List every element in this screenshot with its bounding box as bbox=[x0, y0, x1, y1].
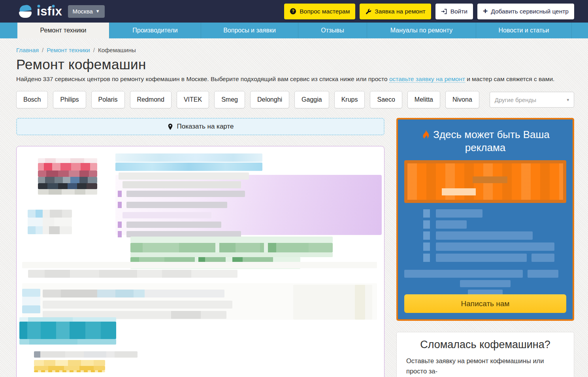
blurred-company-logo bbox=[38, 189, 97, 195]
tab-voprosy-i-zayavki[interactable]: Вопросы и заявки bbox=[201, 23, 298, 38]
blurred-company-logo bbox=[38, 171, 97, 177]
city-selector-label: Москва bbox=[73, 8, 93, 15]
question-circle-icon: ? bbox=[290, 8, 296, 15]
page-title: Ремонт кофемашин bbox=[16, 57, 574, 72]
chevron-down-icon: ▼ bbox=[96, 9, 100, 13]
breadcrumb-current: Кофемашины bbox=[98, 47, 136, 53]
blurred-text-line bbox=[28, 270, 237, 278]
other-brands-select[interactable]: Другие бренды ▾ bbox=[490, 92, 574, 108]
service-card-blurred bbox=[16, 146, 384, 377]
blurred-detail-line bbox=[118, 202, 227, 208]
blurred-contact-block bbox=[28, 226, 72, 234]
blurred-star-rating bbox=[34, 360, 105, 366]
tab-novosti-i-stati[interactable]: Новости и статьи bbox=[476, 23, 571, 38]
blurred-company-logo bbox=[38, 183, 97, 189]
blurred-company-logo bbox=[38, 177, 97, 183]
main-nav: Ремонт техники Производители Вопросы и з… bbox=[0, 23, 588, 38]
blurred-description bbox=[22, 289, 40, 297]
show-on-map-button[interactable]: Показать на карте bbox=[16, 118, 384, 135]
breadcrumb-separator: / bbox=[42, 47, 43, 53]
blurred-description bbox=[22, 305, 40, 313]
blurred-detail-line bbox=[118, 191, 245, 197]
wrench-icon bbox=[365, 8, 371, 15]
login-icon bbox=[441, 8, 447, 15]
brand-filter-polaris[interactable]: Polaris bbox=[91, 91, 125, 108]
ad-banner: Здесь может быть Ваша реклама bbox=[396, 118, 574, 321]
breadcrumb: Главная / Ремонт техники / Кофемашины bbox=[16, 47, 574, 53]
breadcrumb-home[interactable]: Главная bbox=[16, 47, 39, 53]
breadcrumb-repair[interactable]: Ремонт техники bbox=[47, 47, 90, 53]
write-to-us-button[interactable]: Написать нам bbox=[404, 294, 566, 313]
repair-request-label: Заявка на ремонт bbox=[375, 8, 425, 15]
blurred-company-logo bbox=[38, 163, 97, 171]
intro-after-link: и мастер сам свяжется с вами. bbox=[465, 76, 555, 82]
map-pin-icon bbox=[167, 123, 173, 131]
repair-request-button[interactable]: Заявка на ремонт bbox=[360, 4, 431, 19]
brand-filter-gaggia[interactable]: Gaggia bbox=[294, 91, 329, 108]
brand-filter-bosch[interactable]: Bosch bbox=[16, 91, 48, 108]
tab-remont-tehniki[interactable]: Ремонт техники bbox=[17, 23, 109, 38]
show-on-map-label: Показать на карте bbox=[177, 123, 234, 131]
ad-banner-title: Здесь может быть Ваша реклама bbox=[418, 128, 552, 154]
svg-text:?: ? bbox=[292, 9, 294, 13]
brand-filter-saeco[interactable]: Saeco bbox=[370, 91, 402, 108]
brand-filter-redmond[interactable]: Redmond bbox=[130, 91, 172, 108]
tab-manualy-po-remontu[interactable]: Мануалы по ремонту bbox=[367, 23, 476, 38]
blurred-detail-line bbox=[122, 212, 211, 218]
ask-masters-button[interactable]: ? Вопрос мастерам bbox=[284, 4, 355, 19]
blurred-card-title[interactable] bbox=[115, 163, 262, 171]
blurred-ad-footer-lines bbox=[398, 270, 573, 297]
blurred-review-line bbox=[34, 351, 138, 358]
logo-icon bbox=[19, 5, 33, 18]
ad-banner-title-text: Здесь может быть Ваша реклама bbox=[433, 129, 550, 153]
blurred-ad-feature-list bbox=[398, 209, 573, 262]
brand-filter-delonghi[interactable]: Delonghi bbox=[250, 91, 289, 108]
breadcrumb-separator: / bbox=[93, 47, 95, 53]
blurred-text-line bbox=[119, 172, 249, 180]
add-service-center-button[interactable]: + Добавить сервисный центр bbox=[477, 4, 574, 19]
other-brands-placeholder: Другие бренды bbox=[495, 97, 536, 103]
logo[interactable]: ısfıx bbox=[19, 5, 62, 18]
blurred-phone-button[interactable] bbox=[19, 339, 116, 345]
plus-icon: + bbox=[483, 7, 488, 15]
brand-filter-melitta[interactable]: Melitta bbox=[407, 91, 440, 108]
blurred-text-line bbox=[122, 181, 241, 188]
blurred-phone-button[interactable] bbox=[19, 322, 116, 339]
blurred-contact-block bbox=[28, 210, 72, 218]
request-box-text: Оставьте заявку на ремонт кофемашины или… bbox=[406, 356, 564, 377]
blurred-ad-phone bbox=[404, 160, 566, 203]
page-content: Главная / Ремонт техники / Кофемашины Ре… bbox=[0, 47, 588, 377]
blurred-schedule bbox=[130, 243, 333, 252]
tab-otzyvy[interactable]: Отзывы bbox=[298, 23, 367, 38]
login-button[interactable]: Войти bbox=[435, 4, 473, 19]
city-selector[interactable]: Москва ▼ bbox=[68, 5, 105, 18]
flame-icon bbox=[421, 129, 430, 140]
brand-filter-row: Bosch Philips Polaris Redmond VITEK Smeg… bbox=[16, 91, 574, 108]
brand-filter-philips[interactable]: Philips bbox=[53, 91, 86, 108]
intro-before-link: Найдено 337 сервисных центров по ремонту… bbox=[16, 76, 389, 82]
tab-proizvoditeli[interactable]: Производители bbox=[109, 23, 201, 38]
brand-filter-smeg[interactable]: Smeg bbox=[214, 91, 245, 108]
top-header: ısfıx Москва ▼ ? Вопрос мастерам Заявка … bbox=[0, 0, 588, 23]
blurred-description bbox=[22, 297, 40, 305]
blurred-phone-button[interactable] bbox=[19, 317, 116, 322]
blurred-contact-block bbox=[28, 218, 72, 226]
chevron-down-icon: ▾ bbox=[567, 98, 569, 102]
leave-request-link[interactable]: оставьте заявку на ремонт bbox=[389, 76, 465, 83]
brand-filter-krups[interactable]: Krups bbox=[334, 91, 365, 108]
brand-filter-nivona[interactable]: Nivona bbox=[445, 91, 479, 108]
request-box-title: Сломалась кофемашина? bbox=[406, 339, 564, 351]
blurred-schedule bbox=[130, 252, 333, 257]
blurred-schedule bbox=[130, 237, 333, 243]
logo-text: ısfıx bbox=[37, 5, 62, 17]
brand-filter-vitek[interactable]: VITEK bbox=[177, 91, 209, 108]
blurred-star-rating bbox=[34, 370, 105, 372]
blurred-star-rating bbox=[34, 366, 105, 370]
blurred-card-title[interactable] bbox=[115, 153, 262, 162]
request-box: Сломалась кофемашина? Оставьте заявку на… bbox=[396, 332, 574, 377]
blurred-company-logo bbox=[38, 158, 97, 163]
blurred-detail-line bbox=[118, 222, 221, 228]
blurred-text-line bbox=[43, 290, 224, 297]
blurred-description bbox=[355, 285, 365, 320]
add-service-center-label: Добавить сервисный центр bbox=[491, 8, 569, 15]
